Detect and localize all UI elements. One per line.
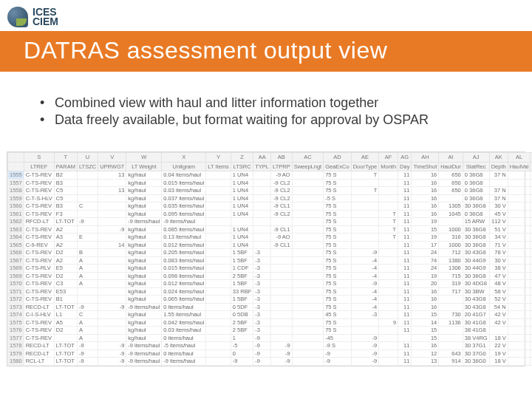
ices-logo-icon: [7, 7, 28, 27]
bullet-1: Combined view with haul and litter infor…: [55, 95, 499, 111]
logo-bar: ICES CIEM: [0, 0, 532, 31]
slide-title: DATRAS assessment output view: [0, 31, 532, 72]
logo-line2: CIEM: [33, 17, 58, 27]
logo-text: ICES CIEM: [33, 7, 58, 26]
header-row: LTREFPARAMLTSZCUPRWGTLT WeightUnitgramLT…: [8, 162, 533, 171]
bullet-list: Combined view with haul and litter infor…: [0, 85, 532, 138]
column-letters-row: STUVWXYZAAABACADAEAFAGAHAIAJAKALAMANAO: [8, 153, 533, 163]
data-rows: 1555C-TS-REVB213kg/haul0.04 items/haul1 …: [8, 171, 533, 366]
spreadsheet-snapshot: STUVWXYZAAABACADAEAFAGAHAIAJAKALAMANAO L…: [7, 151, 525, 366]
bullet-2: Data freely available, but format waitin…: [55, 112, 499, 128]
